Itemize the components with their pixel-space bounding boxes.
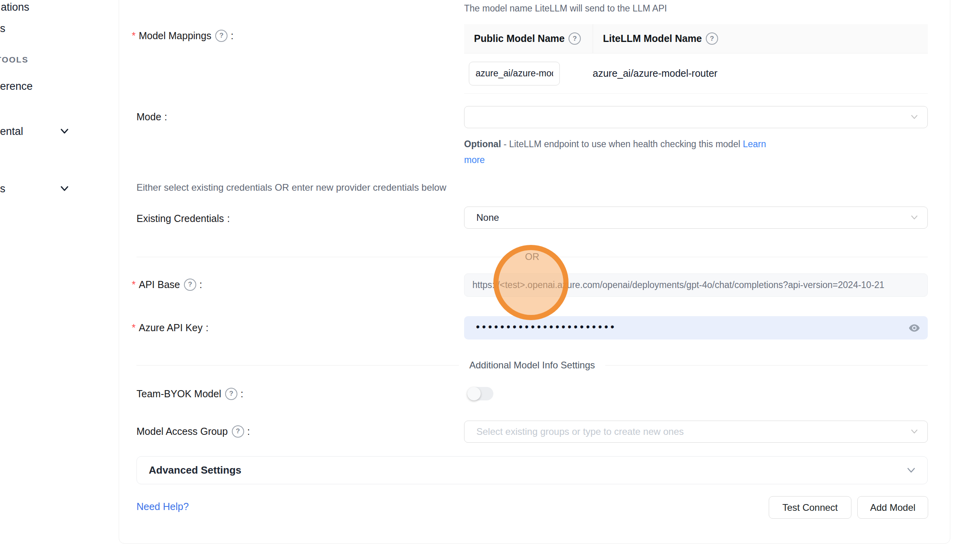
column-header-litellm-model-name: LiteLLM Model Name ? xyxy=(593,24,928,53)
existing-credentials-select[interactable]: None xyxy=(464,207,928,229)
column-header-public-model-name: Public Model Name ? xyxy=(464,24,593,53)
model-mappings-table: Public Model Name ? LiteLLM Model Name ?… xyxy=(464,24,928,94)
api-base-input[interactable] xyxy=(464,273,928,297)
eye-icon[interactable] xyxy=(908,322,921,334)
add-model-page: ations s TOOLS erence ental s The model … xyxy=(0,0,980,548)
api-base-label: * API Base ? : xyxy=(132,278,202,291)
sidebar-item-ations[interactable]: ations xyxy=(1,1,29,13)
table-row: azure_ai/azure-model-router xyxy=(464,53,928,94)
learn-more-link[interactable]: more xyxy=(464,155,485,165)
advanced-settings-header[interactable]: Advanced Settings xyxy=(136,456,928,484)
need-help-link[interactable]: Need Help? xyxy=(136,501,189,512)
model-mappings-label: * Model Mappings ? : xyxy=(132,29,233,42)
sidebar-item-ental[interactable]: ental xyxy=(0,125,23,138)
help-icon[interactable]: ? xyxy=(225,388,237,400)
additional-settings-divider: Additional Model Info Settings xyxy=(136,359,928,372)
mode-label: Mode : xyxy=(136,110,167,123)
model-access-group-label: Model Access Group ? : xyxy=(136,425,250,438)
chevron-down-icon xyxy=(910,213,919,222)
help-icon[interactable]: ? xyxy=(706,32,718,45)
select-placeholder: Select existing groups or type to create… xyxy=(476,426,684,437)
sidebar-item-s-1[interactable]: s xyxy=(0,23,6,35)
azure-api-key-label: * Azure API Key : xyxy=(132,321,209,334)
masked-key-value: ••••••••••••••••••••••• xyxy=(476,322,616,332)
chevron-down-icon xyxy=(910,427,919,436)
add-model-button[interactable]: Add Model xyxy=(857,496,928,519)
table-header-row: Public Model Name ? LiteLLM Model Name ? xyxy=(464,24,928,53)
mode-optional-hint: Optional - LiteLLM endpoint to use when … xyxy=(464,136,792,168)
azure-api-key-input[interactable]: ••••••••••••••••••••••• xyxy=(464,316,928,339)
team-byok-label: Team-BYOK Model ? : xyxy=(136,387,243,400)
required-asterisk: * xyxy=(132,30,136,42)
chevron-down-icon xyxy=(910,113,919,121)
chevron-down-icon xyxy=(59,126,70,137)
or-divider: OR xyxy=(136,250,928,263)
chevron-down-icon xyxy=(59,184,70,194)
credentials-hint: Either select existing credentials OR en… xyxy=(136,182,446,193)
test-connect-button[interactable]: Test Connect xyxy=(769,496,851,519)
sidebar-section-tools: TOOLS xyxy=(0,55,28,64)
model-access-group-select[interactable]: Select existing groups or type to create… xyxy=(464,421,928,443)
litellm-model-name-value: azure_ai/azure-model-router xyxy=(588,68,717,79)
public-model-name-input[interactable] xyxy=(469,62,560,85)
help-icon[interactable]: ? xyxy=(569,32,581,45)
required-asterisk: * xyxy=(132,279,136,290)
toggle-knob xyxy=(467,387,481,400)
help-icon[interactable]: ? xyxy=(184,279,196,291)
help-icon[interactable]: ? xyxy=(215,30,227,42)
learn-more-link[interactable]: Learn xyxy=(743,139,766,149)
team-byok-toggle[interactable] xyxy=(467,387,493,400)
required-asterisk: * xyxy=(132,322,136,334)
sidebar-item-erence[interactable]: erence xyxy=(0,80,33,93)
existing-credentials-label: Existing Credentials : xyxy=(136,212,230,225)
help-icon[interactable]: ? xyxy=(232,425,244,438)
mode-select[interactable] xyxy=(464,106,928,128)
chevron-down-icon xyxy=(906,465,916,476)
sidebar-item-s-2[interactable]: s xyxy=(0,183,6,195)
model-name-hint: The model name LiteLLM will send to the … xyxy=(464,3,667,14)
